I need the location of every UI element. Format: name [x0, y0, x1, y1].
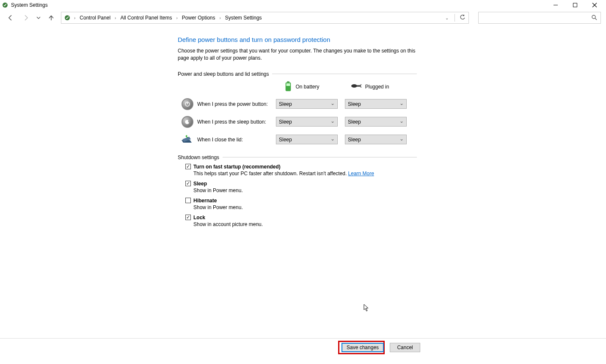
- refresh-button[interactable]: [458, 14, 467, 22]
- close-button[interactable]: [585, 0, 604, 10]
- power-sleep-group: Power and sleep buttons and lid settings…: [178, 71, 417, 149]
- sleep-checkbox[interactable]: ✓: [185, 181, 191, 186]
- svg-rect-10: [286, 83, 290, 86]
- chevron-right-icon: ›: [114, 16, 117, 20]
- checkbox-label: Hibernate: [193, 198, 217, 204]
- button-label: Cancel: [397, 345, 413, 350]
- window-title: System Settings: [11, 2, 48, 8]
- sleep-button-icon: [178, 116, 197, 128]
- footer-bar: Save changes Cancel: [0, 338, 606, 364]
- minimize-button[interactable]: [546, 0, 565, 10]
- save-changes-button[interactable]: Save changes: [342, 343, 384, 352]
- breadcrumb-item[interactable]: System Settings: [223, 15, 264, 21]
- forward-button[interactable]: [20, 12, 31, 23]
- column-label: Plugged in: [365, 84, 389, 90]
- breadcrumb-item[interactable]: Power Options: [180, 15, 217, 21]
- sleep-button-row: When I press the sleep button: Sleep Sle…: [178, 113, 417, 131]
- search-icon: [591, 14, 597, 22]
- group-label: Power and sleep buttons and lid settings: [178, 71, 417, 77]
- recent-locations-button[interactable]: [36, 12, 41, 23]
- close-lid-row: When I close the lid: Sleep Sleep: [178, 131, 417, 149]
- column-label: On battery: [295, 84, 319, 90]
- address-dropdown-icon[interactable]: ⌄: [443, 16, 451, 20]
- checkbox-label: Turn on fast startup (recommended): [193, 164, 281, 170]
- setting-label: When I close the lid:: [197, 137, 276, 143]
- sleep-button-battery-dropdown[interactable]: Sleep: [276, 117, 338, 127]
- close-lid-plugged-dropdown[interactable]: Sleep: [345, 135, 407, 144]
- dropdown-value: Sleep: [348, 119, 361, 125]
- nav-bar: › Control Panel › All Control Panel Item…: [0, 10, 606, 25]
- setting-label: When I press the sleep button:: [197, 119, 276, 125]
- svg-rect-12: [357, 85, 361, 87]
- page-heading: Define power buttons and turn on passwor…: [178, 36, 417, 43]
- column-headers: On battery Plugged in: [178, 81, 417, 93]
- power-button-battery-dropdown[interactable]: Sleep: [276, 99, 338, 109]
- address-bar[interactable]: › Control Panel › All Control Panel Item…: [61, 12, 469, 24]
- checkbox-description: This helps start your PC faster after sh…: [193, 171, 417, 176]
- mouse-cursor-icon: [364, 304, 369, 312]
- power-button-icon: [178, 98, 197, 110]
- svg-point-6: [592, 15, 595, 19]
- lock-row: ✓ Lock Show in account picture menu.: [185, 215, 417, 227]
- dropdown-value: Sleep: [348, 137, 361, 143]
- setting-label: When I press the power button:: [197, 101, 276, 107]
- main-content: Define power buttons and turn on passwor…: [178, 36, 417, 232]
- battery-icon: [284, 81, 292, 93]
- svg-rect-8: [287, 81, 289, 83]
- maximize-button[interactable]: [565, 0, 585, 10]
- hibernate-checkbox[interactable]: [185, 198, 191, 203]
- fast-startup-row: ✓ Turn on fast startup (recommended) Thi…: [185, 164, 417, 176]
- power-button-row: When I press the power button: Sleep Sle…: [178, 95, 417, 113]
- fast-startup-checkbox[interactable]: ✓: [185, 164, 191, 169]
- up-button[interactable]: [46, 12, 57, 23]
- plugged-in-header: Plugged in: [351, 81, 417, 93]
- window-controls: [546, 0, 604, 10]
- app-icon: [2, 2, 8, 8]
- sleep-button-plugged-dropdown[interactable]: Sleep: [345, 117, 407, 127]
- svg-rect-2: [573, 3, 577, 7]
- group-label-text: Shutdown settings: [178, 154, 219, 160]
- cancel-button[interactable]: Cancel: [390, 343, 420, 352]
- dropdown-value: Sleep: [279, 101, 292, 107]
- chevron-right-icon: ›: [175, 16, 178, 20]
- sleep-row: ✓ Sleep Show in Power menu.: [185, 181, 417, 193]
- plug-icon: [351, 83, 362, 91]
- page-description: Choose the power settings that you want …: [178, 47, 417, 62]
- group-label: Shutdown settings: [178, 154, 417, 160]
- back-button[interactable]: [5, 12, 16, 23]
- location-icon: [63, 14, 72, 21]
- learn-more-link[interactable]: Learn More: [348, 171, 374, 176]
- lid-icon: [178, 135, 197, 144]
- lock-checkbox[interactable]: ✓: [185, 215, 191, 220]
- checkbox-description: Show in account picture menu.: [193, 221, 417, 227]
- button-label: Save changes: [347, 345, 379, 350]
- checkbox-label: Sleep: [193, 181, 207, 187]
- dropdown-value: Sleep: [348, 101, 361, 107]
- checkbox-description: Show in Power menu.: [193, 188, 417, 193]
- chevron-right-icon: ›: [219, 16, 222, 20]
- checkbox-label: Lock: [193, 215, 205, 221]
- hibernate-row: Hibernate Show in Power menu.: [185, 198, 417, 210]
- svg-line-7: [595, 18, 597, 20]
- svg-point-11: [351, 84, 357, 88]
- search-input[interactable]: [482, 14, 591, 21]
- dropdown-value: Sleep: [279, 137, 292, 143]
- power-button-plugged-dropdown[interactable]: Sleep: [345, 99, 407, 109]
- on-battery-header: On battery: [284, 81, 350, 93]
- chevron-right-icon: ›: [73, 16, 76, 20]
- checkbox-description: Show in Power menu.: [193, 204, 417, 210]
- breadcrumb-item[interactable]: Control Panel: [78, 15, 112, 21]
- title-bar: System Settings: [0, 0, 606, 10]
- group-label-text: Power and sleep buttons and lid settings: [178, 71, 269, 77]
- breadcrumb-item[interactable]: All Control Panel Items: [118, 15, 174, 21]
- close-lid-battery-dropdown[interactable]: Sleep: [276, 135, 338, 144]
- search-box[interactable]: [478, 12, 601, 24]
- dropdown-value: Sleep: [279, 119, 292, 125]
- shutdown-settings-group: Shutdown settings ✓ Turn on fast startup…: [178, 154, 417, 227]
